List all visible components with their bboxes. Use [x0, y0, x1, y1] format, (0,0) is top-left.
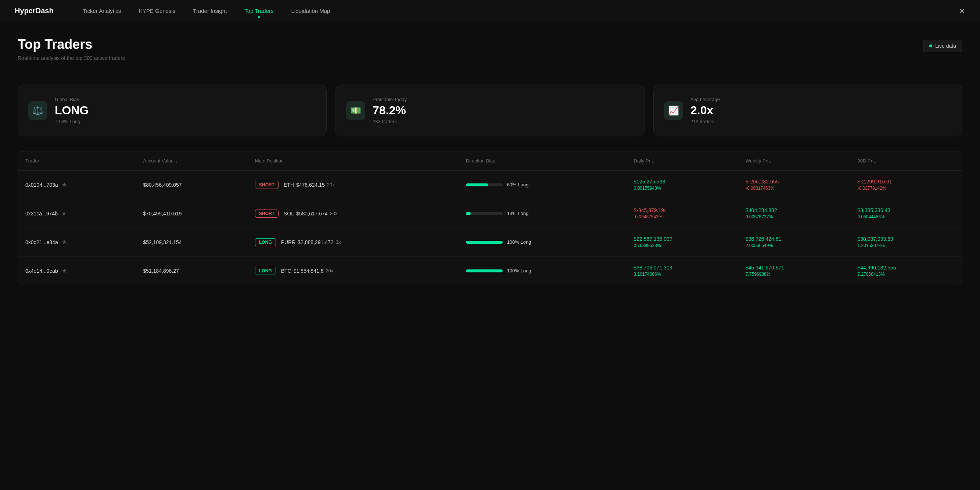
monthly-pnl-pct-1: 0.05044453% [858, 214, 955, 220]
stats-row: ⚖️ Global Bias LONG 70.8% Long 💵 Profita… [18, 84, 963, 136]
trader-cell-1: 0x31ca...974b ★ [25, 210, 129, 217]
stat-info-global-bias: Global Bias LONG 70.8% Long [55, 97, 316, 124]
account-value-1: $70,495,410.619 [136, 199, 248, 228]
weekly-pnl-pct-0: -0.00317463% [746, 186, 843, 191]
weekly-pnl-main-0: $-256,232.655 [746, 179, 843, 185]
trader-address-3: 0x4e14...0eab [25, 268, 58, 274]
table-row: 0x0104...703a ★ $80,456,409.057 SHORT ET… [18, 170, 962, 199]
position-badge-0: SHORT [255, 181, 278, 189]
trader-cell-0: 0x0104...703a ★ [25, 181, 129, 188]
nav-top-traders[interactable]: Top Traders [244, 6, 274, 16]
monthly-pnl-main-2: $30,037,993.89 [858, 236, 955, 242]
direction-cell-2: 100% Long [466, 239, 619, 245]
star-icon-0[interactable]: ★ [62, 181, 67, 188]
monthly-pnl-main-0: $-2,299,916.01 [858, 179, 955, 185]
live-badge-label: Live data [935, 43, 956, 49]
direction-cell-1: 13% Long [466, 211, 619, 216]
stat-info-profitable: Profitable Today 78.2% 233 traders [372, 97, 634, 124]
weekly-pnl-main-1: $404,234.882 [746, 207, 843, 213]
daily-pnl-cell-2: $22,567,135.097 0.76389523% [634, 236, 731, 248]
pos-price-2: $2,888,291.472 [298, 239, 333, 245]
nav-links: Ticker Analytics HYPE Genesis Trader Ins… [83, 6, 959, 16]
pos-price-3: $1,854,841.6 [294, 268, 324, 274]
dir-label-1: 13% Long [507, 211, 529, 216]
pos-symbol-2: PURR [281, 239, 296, 245]
page-title-section: Top Traders Real-time analysis of the to… [18, 37, 125, 73]
pos-symbol-0: ETH [284, 182, 294, 188]
daily-pnl-pct-0: 0.00155948% [634, 186, 731, 191]
weekly-pnl-pct-1: 0.00576727% [746, 214, 843, 220]
col-main-position: Main Position [248, 151, 458, 170]
col-direction-bias: Direction Bias [458, 151, 627, 170]
page-title: Top Traders [18, 37, 125, 52]
dir-bar-fill-1 [466, 212, 471, 215]
stat-value-1: 78.2% [372, 103, 634, 117]
dir-label-0: 60% Long [507, 182, 529, 188]
monthly-pnl-cell-2: $30,037,993.89 1.20153073% [858, 236, 955, 248]
direction-cell-0: 60% Long [466, 182, 619, 188]
live-badge: Live data [923, 40, 963, 52]
dir-bar-bg-2 [466, 241, 503, 244]
page-subtitle: Real-time analysis of the top 300 active… [18, 55, 125, 61]
pos-symbol-3: BTC [281, 268, 291, 274]
table-header-row: Trader Account Value↓ Main Position Dire… [18, 151, 962, 170]
stat-label-0: Global Bias [55, 97, 316, 102]
col-trader: Trader [18, 151, 136, 170]
account-value-2: $52,109,321.154 [136, 228, 248, 256]
daily-pnl-main-1: $-345,379.194 [634, 207, 731, 213]
daily-pnl-pct-2: 0.76389523% [634, 243, 731, 248]
weekly-pnl-cell-3: $45,341,670.671 7.7596988% [746, 265, 843, 277]
nav-hype-genesis[interactable]: HYPE Genesis [138, 6, 175, 16]
stat-icon-money: 💵 [346, 101, 365, 120]
navbar: HyperDash Ticker Analytics HYPE Genesis … [0, 0, 980, 22]
trader-address-1: 0x31ca...974b [25, 211, 58, 216]
daily-pnl-main-2: $22,567,135.097 [634, 236, 731, 242]
position-cell-2: LONG PURR $2,888,291.472 3x [255, 238, 451, 246]
nav-ticker-analytics[interactable]: Ticker Analytics [83, 6, 121, 16]
weekly-pnl-cell-0: $-256,232.655 -0.00317463% [746, 179, 843, 191]
weekly-pnl-cell-1: $404,234.882 0.00576727% [746, 207, 843, 220]
trader-cell-2: 0x0d21...e34a ★ [25, 239, 129, 245]
monthly-pnl-cell-1: $3,385,336.43 0.05044453% [858, 207, 955, 220]
stat-label-1: Profitable Today [372, 97, 634, 102]
trader-address-0: 0x0104...703a [25, 182, 58, 188]
monthly-pnl-main-1: $3,385,336.43 [858, 207, 955, 213]
dir-bar-bg-1 [466, 212, 503, 215]
pos-lev-1: 20x [330, 211, 338, 216]
stat-label-2: Avg Leverage [690, 97, 952, 102]
col-daily-pnl: Daily PnL [627, 151, 738, 170]
stat-card-leverage: 📈 Avg Leverage 2.0x 212 traders [653, 84, 963, 136]
table-row: 0x31ca...974b ★ $70,495,410.619 SHORT SO… [18, 199, 962, 228]
col-account-value[interactable]: Account Value↓ [136, 151, 248, 170]
daily-pnl-cell-0: $125,275.533 0.00155948% [634, 179, 731, 191]
position-badge-2: LONG [255, 238, 276, 246]
nav-liquidation-map[interactable]: Liquidation Map [291, 6, 330, 16]
star-icon-1[interactable]: ★ [61, 210, 67, 217]
daily-pnl-cell-3: $38,706,071.309 3.10174006% [634, 265, 731, 277]
daily-pnl-pct-1: -0.00487543% [634, 214, 731, 220]
weekly-pnl-main-3: $45,341,670.671 [746, 265, 843, 270]
position-cell-3: LONG BTC $1,854,841.6 20x [255, 267, 451, 275]
star-icon-2[interactable]: ★ [62, 239, 67, 245]
dir-label-2: 100% Long [507, 239, 531, 245]
traders-table: Trader Account Value↓ Main Position Dire… [18, 151, 963, 285]
position-cell-0: SHORT ETH $476,624.15 20x [255, 181, 451, 189]
stat-sub-0: 70.8% Long [55, 119, 316, 124]
logo[interactable]: HyperDash [15, 6, 54, 15]
nav-trader-insight[interactable]: Trader Insight [193, 6, 227, 16]
weekly-pnl-pct-2: 2.00566549% [746, 243, 843, 248]
star-icon-3[interactable]: ★ [62, 267, 67, 274]
x-icon[interactable]: ✕ [959, 6, 965, 16]
stat-value-2: 2.0x [690, 103, 952, 117]
pos-price-1: $580,617.674 [296, 211, 328, 216]
col-weekly-pnl: Weekly PnL [738, 151, 850, 170]
account-value-0: $80,456,409.057 [136, 170, 248, 199]
dir-bar-fill-3 [466, 269, 503, 272]
dir-bar-fill-0 [466, 183, 488, 186]
pos-lev-2: 3x [336, 239, 341, 245]
stat-sub-1: 233 traders [372, 119, 634, 124]
main-content: Top Traders Real-time analysis of the to… [0, 22, 980, 300]
direction-cell-3: 100% Long [466, 268, 619, 274]
account-value-3: $51,184,896.27 [136, 256, 248, 285]
trader-cell-3: 0x4e14...0eab ★ [25, 267, 129, 274]
